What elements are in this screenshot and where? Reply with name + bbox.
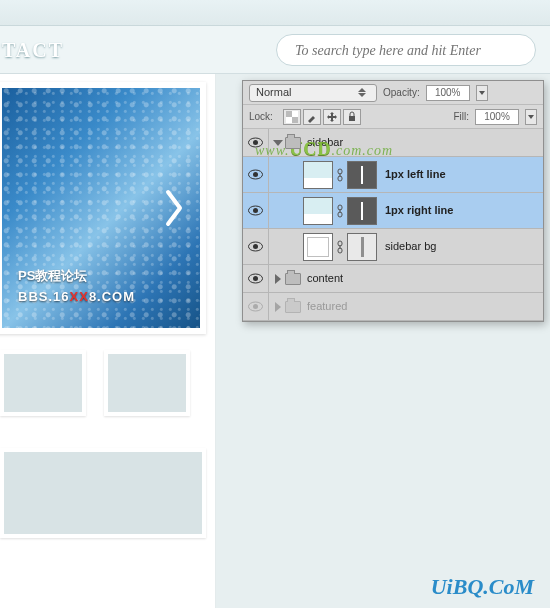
lock-position-button[interactable] — [323, 109, 341, 125]
folder-icon — [285, 301, 301, 313]
layers-panel: Normal Opacity: 100% Lock: Fill: — [242, 80, 544, 322]
chevron-down-icon — [479, 91, 485, 95]
link-icon — [336, 204, 344, 218]
layer-name: 1px left line — [385, 169, 446, 180]
opacity-label: Opacity: — [383, 88, 420, 98]
blend-mode-value: Normal — [256, 87, 291, 98]
svg-point-5 — [253, 140, 258, 145]
caption-seg-c: 8.COM — [89, 289, 135, 304]
caption-seg-a: BBS.16 — [18, 289, 70, 304]
layer-thumbnail[interactable] — [303, 161, 333, 189]
column-gap — [216, 74, 244, 608]
disclosure-triangle-icon[interactable] — [275, 274, 281, 284]
layer-thumbs — [303, 233, 377, 261]
svg-point-7 — [253, 172, 258, 177]
slider-next-button[interactable] — [164, 188, 186, 228]
visibility-toggle[interactable] — [243, 265, 269, 292]
checker-icon — [286, 111, 298, 123]
layer-thumbnail[interactable] — [303, 197, 333, 225]
link-icon — [336, 240, 344, 254]
move-icon — [326, 111, 338, 123]
layer-1px-right-line[interactable]: 1px right line — [243, 193, 543, 229]
disclosure-triangle-icon[interactable] — [273, 140, 283, 146]
eye-icon — [248, 169, 263, 180]
fill-value-field[interactable]: 100% — [475, 109, 519, 125]
layer-sidebar-bg[interactable]: sidebar bg — [243, 229, 543, 265]
brush-icon — [306, 111, 318, 123]
lock-all-button[interactable] — [343, 109, 361, 125]
slide-image: PS教程论坛 BBS.16XX8.COM — [2, 88, 200, 328]
svg-point-24 — [253, 304, 258, 309]
thumbnail[interactable] — [104, 350, 190, 416]
layer-group-sidebar[interactable]: sidebar — [243, 129, 543, 157]
opacity-value-field[interactable]: 100% — [426, 85, 470, 101]
layer-name: sidebar — [307, 137, 343, 148]
lock-pixels-button[interactable] — [303, 109, 321, 125]
image-slider: PS教程论坛 BBS.16XX8.COM — [0, 82, 206, 334]
layer-thumbnail[interactable] — [303, 233, 333, 261]
folder-icon — [285, 137, 301, 149]
layer-name: 1px right line — [385, 205, 453, 216]
svg-rect-1 — [286, 111, 292, 117]
fill-label: Fill: — [453, 112, 469, 122]
eye-icon — [248, 301, 263, 312]
lock-fill-row: Lock: Fill: 100% — [243, 105, 543, 129]
chevron-down-icon — [528, 115, 534, 119]
brand-watermark: UiBQ.CoM — [431, 574, 534, 600]
visibility-toggle[interactable] — [243, 229, 269, 264]
right-column: Normal Opacity: 100% Lock: Fill: — [244, 74, 550, 608]
fill-dropdown[interactable] — [525, 109, 537, 125]
left-column: PS教程论坛 BBS.16XX8.COM — [0, 74, 216, 608]
large-thumbnail[interactable] — [0, 448, 206, 538]
opacity-dropdown[interactable] — [476, 85, 488, 101]
visibility-toggle[interactable] — [243, 293, 269, 320]
slide-caption: PS教程论坛 BBS.16XX8.COM — [18, 266, 135, 308]
layer-group-content[interactable]: content — [243, 265, 543, 293]
thumbnail[interactable] — [0, 350, 86, 416]
layer-name: featured — [307, 301, 347, 312]
blend-mode-select[interactable]: Normal — [249, 84, 377, 102]
visibility-toggle[interactable] — [243, 129, 269, 156]
mask-thumbnail[interactable] — [347, 197, 377, 225]
layer-name: sidebar bg — [385, 241, 436, 252]
mask-thumbnail[interactable] — [347, 161, 377, 189]
eye-icon — [248, 205, 263, 216]
eye-icon — [248, 241, 263, 252]
chevron-right-icon — [164, 188, 186, 228]
mask-thumbnail[interactable] — [347, 233, 377, 261]
decorative-topbar — [0, 0, 550, 26]
visibility-toggle[interactable] — [243, 157, 269, 192]
layer-1px-left-line[interactable]: 1px left line — [243, 157, 543, 193]
svg-rect-2 — [292, 117, 298, 123]
eye-icon — [248, 273, 263, 284]
thumbnail-row — [0, 350, 215, 416]
lock-label: Lock: — [249, 112, 273, 122]
svg-point-17 — [253, 244, 258, 249]
link-icon — [336, 168, 344, 182]
search-wrap[interactable] — [276, 34, 536, 66]
layer-group-featured[interactable]: featured — [243, 293, 543, 321]
disclosure-triangle-icon[interactable] — [275, 302, 281, 312]
layer-name: content — [307, 273, 343, 284]
caption-seg-b: XX — [70, 289, 89, 304]
svg-point-12 — [253, 208, 258, 213]
folder-icon — [285, 273, 301, 285]
eye-icon — [248, 137, 263, 148]
lock-icons — [283, 109, 361, 125]
layer-thumbs — [303, 197, 377, 225]
caption-line1: PS教程论坛 — [18, 266, 135, 287]
blend-stepper-icon — [358, 85, 370, 101]
nav-row: TACT — [0, 26, 550, 74]
blend-opacity-row: Normal Opacity: 100% — [243, 81, 543, 105]
visibility-toggle[interactable] — [243, 193, 269, 228]
layer-thumbs — [303, 161, 377, 189]
nav-item-tact[interactable]: TACT — [0, 40, 64, 60]
svg-rect-3 — [349, 116, 355, 121]
lock-transparency-button[interactable] — [283, 109, 301, 125]
layers-list: sidebar 1px left line — [243, 129, 543, 321]
svg-point-22 — [253, 276, 258, 281]
search-input[interactable] — [295, 43, 517, 59]
caption-line2: BBS.16XX8.COM — [18, 287, 135, 308]
lock-icon — [346, 111, 358, 123]
